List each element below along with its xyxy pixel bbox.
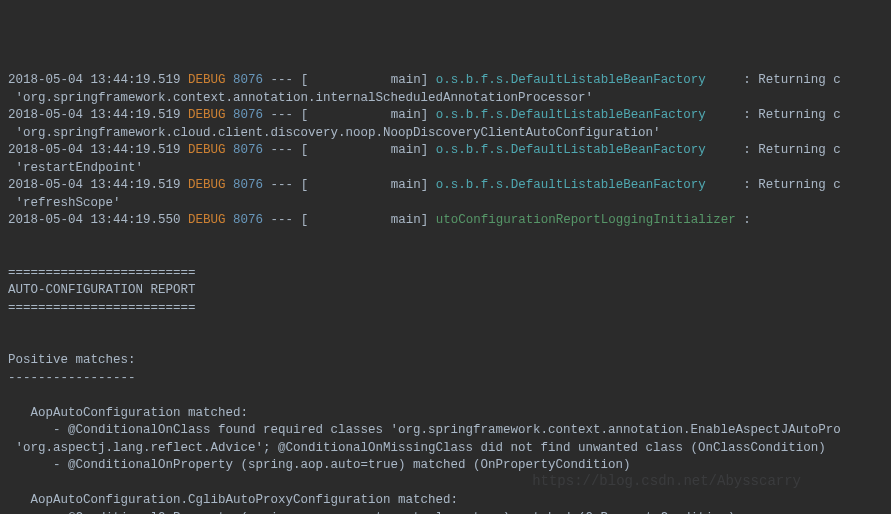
log-level: DEBUG: [188, 213, 226, 227]
log-wrap: 'refreshScope': [8, 195, 883, 213]
timestamp: 2018-05-04 13:44:19.550: [8, 213, 181, 227]
log-level: DEBUG: [188, 73, 226, 87]
positive-divider: -----------------: [8, 370, 883, 388]
blank-line: [8, 247, 883, 265]
log-message: :: [743, 213, 751, 227]
timestamp: 2018-05-04 13:44:19.519: [8, 73, 181, 87]
log-line: 2018-05-04 13:44:19.519 DEBUG 8076 --- […: [8, 72, 883, 90]
log-message: : Returning c: [743, 73, 841, 87]
timestamp: 2018-05-04 13:44:19.519: [8, 108, 181, 122]
separator: ---: [271, 178, 294, 192]
log-message: : Returning c: [743, 143, 841, 157]
match-reason: - @ConditionalOnProperty (spring.aop.aut…: [8, 457, 883, 475]
match-reason: - @ConditionalOnClass found required cla…: [8, 422, 883, 440]
thread-name: [ main]: [301, 178, 429, 192]
log-message: : Returning c: [743, 178, 841, 192]
positive-title: Positive matches:: [8, 352, 883, 370]
log-line: 2018-05-04 13:44:19.550 DEBUG 8076 --- […: [8, 212, 883, 230]
log-wrap: 'org.springframework.cloud.client.discov…: [8, 125, 883, 143]
process-id: 8076: [233, 143, 263, 157]
match-name: AopAutoConfiguration matched:: [8, 405, 883, 423]
log-level: DEBUG: [188, 143, 226, 157]
match-reason: 'org.aspectj.lang.reflect.Advice'; @Cond…: [8, 440, 883, 458]
thread-name: [ main]: [301, 73, 429, 87]
report-divider: =========================: [8, 300, 883, 318]
separator: ---: [271, 143, 294, 157]
logger-name: utoConfigurationReportLoggingInitializer: [436, 213, 736, 227]
blank-line: [8, 317, 883, 335]
logger-name: o.s.b.f.s.DefaultListableBeanFactory: [436, 178, 736, 192]
timestamp: 2018-05-04 13:44:19.519: [8, 143, 181, 157]
log-level: DEBUG: [188, 108, 226, 122]
process-id: 8076: [233, 73, 263, 87]
blank-line: [8, 230, 883, 248]
match-name: AopAutoConfiguration.CglibAutoProxyConfi…: [8, 492, 883, 510]
log-wrap: 'org.springframework.context.annotation.…: [8, 90, 883, 108]
match-reason: - @ConditionalOnProperty (spring.aop.pro…: [8, 510, 883, 515]
separator: ---: [271, 213, 294, 227]
separator: ---: [271, 108, 294, 122]
log-level: DEBUG: [188, 178, 226, 192]
thread-name: [ main]: [301, 213, 429, 227]
logger-name: o.s.b.f.s.DefaultListableBeanFactory: [436, 108, 736, 122]
timestamp: 2018-05-04 13:44:19.519: [8, 178, 181, 192]
log-output: 2018-05-04 13:44:19.519 DEBUG 8076 --- […: [8, 72, 883, 514]
log-wrap: 'restartEndpoint': [8, 160, 883, 178]
logger-name: o.s.b.f.s.DefaultListableBeanFactory: [436, 73, 736, 87]
process-id: 8076: [233, 108, 263, 122]
thread-name: [ main]: [301, 108, 429, 122]
blank-line: [8, 475, 883, 493]
log-message: : Returning c: [743, 108, 841, 122]
report-divider: =========================: [8, 265, 883, 283]
log-line: 2018-05-04 13:44:19.519 DEBUG 8076 --- […: [8, 107, 883, 125]
process-id: 8076: [233, 178, 263, 192]
report-title: AUTO-CONFIGURATION REPORT: [8, 282, 883, 300]
blank-line: [8, 387, 883, 405]
thread-name: [ main]: [301, 143, 429, 157]
separator: ---: [271, 73, 294, 87]
logger-name: o.s.b.f.s.DefaultListableBeanFactory: [436, 143, 736, 157]
log-line: 2018-05-04 13:44:19.519 DEBUG 8076 --- […: [8, 177, 883, 195]
log-line: 2018-05-04 13:44:19.519 DEBUG 8076 --- […: [8, 142, 883, 160]
blank-line: [8, 335, 883, 353]
process-id: 8076: [233, 213, 263, 227]
